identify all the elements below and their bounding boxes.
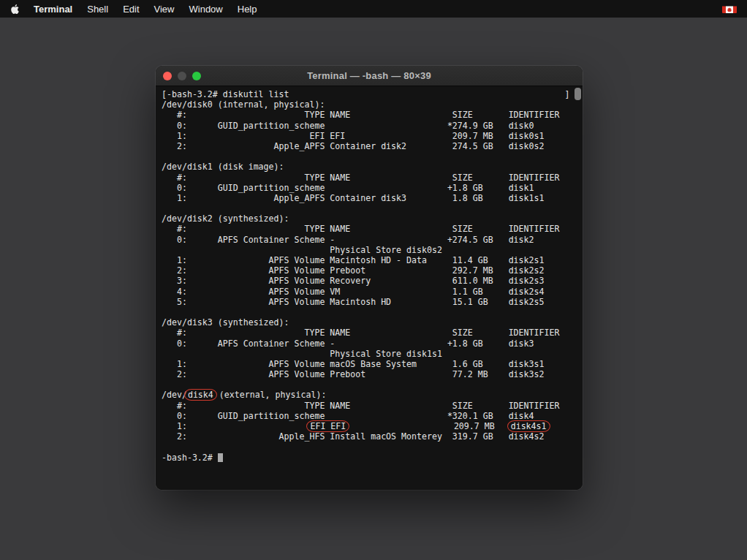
menu-item-edit[interactable]: Edit (123, 4, 139, 15)
terminal-line: 1: APFS Volume macOS Base System 1.6 GB … (162, 359, 583, 369)
terminal-line: 1: EFI EFI 209.7 MB disk0s1 (162, 131, 583, 141)
terminal-text: Physical Store disk1s1 (162, 349, 442, 359)
terminal-line: Physical Store disk0s2 (162, 245, 583, 255)
terminal-line (162, 442, 583, 452)
apple-menu[interactable] (10, 3, 21, 15)
close-button[interactable] (163, 72, 172, 80)
zoom-button[interactable] (192, 72, 201, 80)
terminal-text: 2: APFS Volume Preboot 77.2 MB disk3s2 (162, 369, 545, 379)
terminal-text: 2: Apple_APFS Container disk2 274.5 GB d… (162, 141, 545, 151)
terminal-output[interactable]: [-bash-3.2# diskutil list ]/dev/disk0 (i… (156, 86, 583, 490)
terminal-line (162, 307, 583, 317)
terminal-text: 1: APFS Volume macOS Base System 1.6 GB … (162, 359, 545, 369)
terminal-text: 2: APFS Volume Preboot 292.7 MB disk2s2 (162, 265, 545, 276)
terminal-line: 0: APFS Container Scheme - +274.5 GB dis… (162, 235, 583, 245)
terminal-text: 1: (162, 421, 309, 431)
terminal-line: 3: APFS Volume Recovery 611.0 MB disk2s3 (162, 276, 583, 286)
terminal-text: 4: APFS Volume VM 1.1 GB disk2s4 (162, 287, 545, 297)
terminal-line: #: TYPE NAME SIZE IDENTIFIER (162, 401, 583, 411)
terminal-line: /dev/disk3 (synthesized): (162, 317, 583, 328)
terminal-line: 0: GUID_partition_scheme *320.1 GB disk4 (162, 411, 583, 421)
terminal-text: 1: EFI EFI 209.7 MB disk0s1 (162, 131, 545, 141)
terminal-text: /dev/disk2 (synthesized): (162, 213, 289, 224)
terminal-cursor (218, 453, 223, 462)
menu-app-name[interactable]: Terminal (34, 4, 72, 15)
terminal-text: #: TYPE NAME SIZE IDENTIFIER (162, 401, 559, 411)
terminal-text: 5: APFS Volume Macintosh HD 15.1 GB disk… (162, 297, 545, 307)
terminal-text: (external, physical): (214, 390, 327, 400)
scrollbar[interactable] (573, 87, 582, 488)
terminal-line: 1: APFS Volume Macintosh HD - Data 11.4 … (162, 255, 583, 265)
terminal-text: #: TYPE NAME SIZE IDENTIFIER (162, 173, 559, 183)
terminal-window: Terminal — -bash — 80×39 [-bash-3.2# dis… (156, 66, 583, 490)
terminal-text: 1: Apple_APFS Container disk3 1.8 GB dis… (162, 193, 545, 203)
terminal-line: 2: Apple_APFS Container disk2 274.5 GB d… (162, 141, 583, 151)
terminal-line: 5: APFS Volume Macintosh HD 15.1 GB disk… (162, 297, 583, 307)
terminal-line: 4: APFS Volume VM 1.1 GB disk2s4 (162, 287, 583, 297)
terminal-line: #: TYPE NAME SIZE IDENTIFIER (162, 110, 583, 120)
terminal-line: /dev/disk2 (synthesized): (162, 213, 583, 224)
terminal-text: /dev/disk1 (disk image): (162, 162, 284, 172)
terminal-line: #: TYPE NAME SIZE IDENTIFIER (162, 328, 583, 338)
terminal-text: 0: APFS Container Scheme - +274.5 GB dis… (162, 235, 534, 245)
terminal-text: [-bash-3.2# diskutil list ] (162, 89, 569, 99)
terminal-text: /dev/disk0 (internal, physical): (162, 99, 325, 110)
menu-bar-right (722, 5, 737, 13)
menu-item-help[interactable]: Help (238, 4, 257, 15)
terminal-line: 2: APFS Volume Preboot 77.2 MB disk3s2 (162, 369, 583, 379)
terminal-line: /dev/disk4 (external, physical): (162, 390, 583, 400)
input-language-flag-icon[interactable] (722, 5, 737, 13)
annotation-circle: EFI EFI (306, 420, 349, 432)
terminal-text: /dev/ (162, 390, 187, 400)
terminal-line: /dev/disk1 (disk image): (162, 162, 583, 172)
terminal-text: Physical Store disk0s2 (162, 245, 442, 255)
terminal-line: 2: Apple_HFS Install macOS Monterey 319.… (162, 431, 583, 442)
terminal-line: Physical Store disk1s1 (162, 349, 583, 359)
terminal-text: 3: APFS Volume Recovery 611.0 MB disk2s3 (162, 276, 545, 286)
terminal-text: /dev/disk3 (synthesized): (162, 317, 289, 328)
terminal-line (162, 203, 583, 213)
minimize-button[interactable] (178, 72, 186, 80)
terminal-line: -bash-3.2# (162, 453, 583, 463)
terminal-text: 209.7 MB (346, 421, 509, 431)
window-title: Terminal — -bash — 80×39 (307, 70, 431, 81)
terminal-line: /dev/disk0 (internal, physical): (162, 99, 583, 110)
terminal-line: 1: Apple_APFS Container disk3 1.8 GB dis… (162, 193, 583, 203)
terminal-text: 2: Apple_HFS Install macOS Monterey 319.… (162, 431, 545, 442)
terminal-line: [-bash-3.2# diskutil list ] (162, 89, 583, 99)
window-titlebar[interactable]: Terminal — -bash — 80×39 (156, 66, 583, 86)
terminal-line: #: TYPE NAME SIZE IDENTIFIER (162, 224, 583, 234)
terminal-line: 0: GUID_partition_scheme *274.9 GB disk0 (162, 121, 583, 131)
annotation-circle: disk4s1 (507, 420, 550, 432)
terminal-line: 0: APFS Container Scheme - +1.8 GB disk3 (162, 338, 583, 349)
menu-items: ShellEditViewWindowHelp (87, 4, 271, 15)
menu-item-shell[interactable]: Shell (87, 4, 108, 15)
annotation-circle: disk4 (184, 389, 217, 401)
terminal-line: #: TYPE NAME SIZE IDENTIFIER (162, 173, 583, 183)
scrollbar-thumb[interactable] (575, 88, 581, 100)
terminal-text: #: TYPE NAME SIZE IDENTIFIER (162, 224, 559, 234)
terminal-line: 2: APFS Volume Preboot 292.7 MB disk2s2 (162, 265, 583, 276)
menu-bar: Terminal ShellEditViewWindowHelp (0, 0, 747, 18)
traffic-lights (163, 66, 201, 86)
terminal-text: 1: APFS Volume Macintosh HD - Data 11.4 … (162, 255, 545, 265)
terminal-line: 1: EFI EFI 209.7 MB disk4s1 (162, 421, 583, 431)
terminal-line (162, 379, 583, 390)
menu-item-window[interactable]: Window (189, 4, 223, 15)
terminal-text: 0: APFS Container Scheme - +1.8 GB disk3 (162, 338, 534, 349)
terminal-text: #: TYPE NAME SIZE IDENTIFIER (162, 328, 559, 338)
terminal-line: 0: GUID_partition_scheme +1.8 GB disk1 (162, 183, 583, 193)
terminal-text: -bash-3.2# (162, 453, 218, 463)
terminal-text: 0: GUID_partition_scheme +1.8 GB disk1 (162, 183, 534, 193)
terminal-text: 0: GUID_partition_scheme *320.1 GB disk4 (162, 411, 534, 421)
terminal-text: #: TYPE NAME SIZE IDENTIFIER (162, 110, 559, 120)
menu-item-view[interactable]: View (154, 4, 175, 15)
terminal-line (162, 151, 583, 162)
terminal-text: 0: GUID_partition_scheme *274.9 GB disk0 (162, 121, 534, 131)
apple-icon (10, 4, 20, 15)
